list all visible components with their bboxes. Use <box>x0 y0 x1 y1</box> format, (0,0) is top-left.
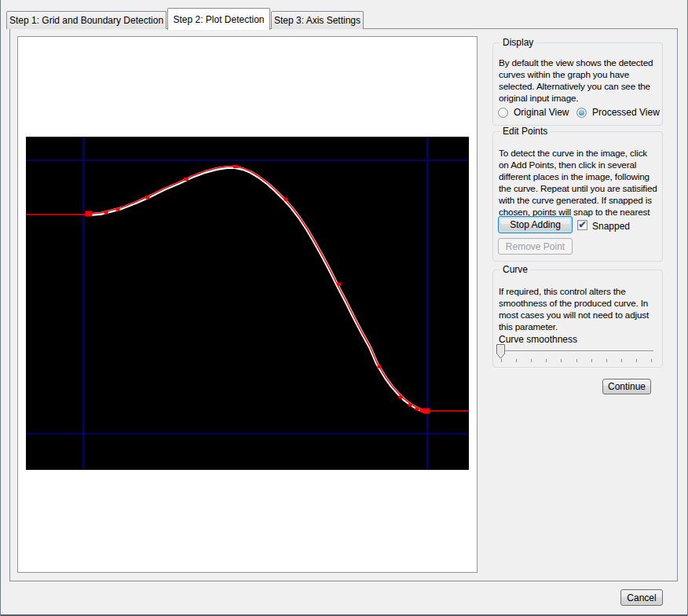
display-description: By default the view shows the detected c… <box>499 57 659 104</box>
smoothness-slider-track[interactable] <box>499 350 653 352</box>
display-group-title: Display <box>500 37 536 48</box>
tab-label: Step 3: Axis Settings <box>274 15 360 26</box>
stop-adding-button[interactable]: Stop Adding <box>498 216 573 233</box>
tab-label: Step 1: Grid and Boundary Detection <box>9 15 163 26</box>
plot-image[interactable] <box>26 137 469 470</box>
radio-label: Original View <box>514 107 569 118</box>
radio-label: Processed View <box>592 107 660 118</box>
slider-ticks <box>501 359 652 362</box>
detected-curve-plot <box>26 137 469 470</box>
tab-step2-plot-detection[interactable]: Step 2: Plot Detection <box>167 8 270 30</box>
curve-smoothness-label: Curve smoothness <box>499 334 577 345</box>
radio-original-view[interactable]: Original View <box>498 107 569 118</box>
radio-icon <box>576 108 587 118</box>
application-window: Step 1: Grid and Boundary Detection Step… <box>0 0 688 616</box>
checkmark-icon: ✔ <box>578 221 586 229</box>
radio-processed-view[interactable]: Processed View <box>576 107 660 118</box>
curve-group: Curve If required, this control alters t… <box>492 270 663 368</box>
curve-description: If required, this control alters the smo… <box>499 285 659 332</box>
tab-step1-grid-boundary[interactable]: Step 1: Grid and Boundary Detection <box>6 11 167 29</box>
smoothness-slider-thumb[interactable] <box>496 344 505 359</box>
curve-group-title: Curve <box>500 264 531 275</box>
remove-point-button[interactable]: Remove Point <box>498 238 573 255</box>
snapped-checkbox[interactable]: ✔ <box>577 220 587 230</box>
tab-label: Step 2: Plot Detection <box>173 14 264 25</box>
display-group: Display By default the view shows the de… <box>492 42 663 126</box>
continue-button[interactable]: Continue <box>602 379 651 394</box>
tab-step3-axis-settings[interactable]: Step 3: Axis Settings <box>271 11 364 29</box>
radio-icon <box>498 108 508 118</box>
snapped-checkbox-label: Snapped <box>592 221 630 232</box>
edit-points-group-title: Edit Points <box>500 126 551 137</box>
edit-points-group: Edit Points To detect the curve in the i… <box>492 131 663 262</box>
cancel-button[interactable]: Cancel <box>620 589 663 606</box>
